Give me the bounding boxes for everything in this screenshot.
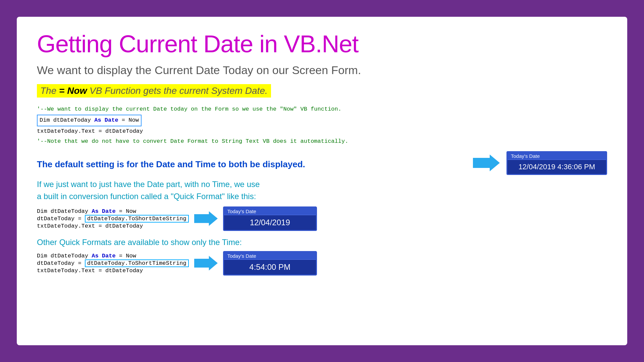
code2-line3: txtDateToday.Text = dtDateToday (37, 223, 189, 229)
section1-heading: The default setting is for the Date and … (37, 159, 466, 170)
section3-wrap: Other Quick Formats are available to sho… (37, 236, 607, 276)
date-display-3: Today's Date 4:54:00 PM (223, 251, 317, 276)
code-line-dim: Dim dtDateToday As Date = Now (37, 115, 607, 126)
code-line-txt: txtDateToday.Text = dtDateToday (37, 127, 607, 136)
subtitle: We want to display the Current Date Toda… (37, 64, 607, 77)
highlight-suffix: VB Function gets the current System Date… (87, 85, 267, 96)
date-label-3: Today's Date (224, 252, 316, 260)
section1-heading-wrap: The default setting is for the Date and … (37, 153, 466, 173)
code3-box: dtDateToday.ToShortTimeString (85, 259, 189, 267)
slide: Getting Current Date in VB.Net We want t… (17, 17, 627, 345)
code2-box: dtDateToday.ToShortDateString (85, 215, 189, 223)
section2-code-row: Dim dtDateToday As Date = Now dtDateToda… (37, 206, 607, 231)
arrow-icon-3 (194, 256, 218, 270)
code-block-1: '--We want to display the current Date t… (37, 105, 607, 146)
date-value-2: 12/04/2019 (224, 215, 316, 230)
date-display-2: Today's Date 12/04/2019 (223, 206, 317, 231)
code2-line2: dtDateToday = dtDateToday.ToShortDateStr… (37, 215, 189, 223)
code3-line2: dtDateToday = dtDateToday.ToShortTimeStr… (37, 259, 189, 267)
section1-row: The default setting is for the Date and … (37, 151, 607, 175)
page-title: Getting Current Date in VB.Net (37, 30, 607, 58)
section2-text1: If we just want to just have the Date pa… (37, 178, 607, 202)
highlight-bold: = Now (59, 85, 87, 96)
svg-marker-2 (194, 256, 218, 270)
code2-line1: Dim dtDateToday As Date = Now (37, 208, 189, 215)
svg-marker-1 (194, 211, 218, 226)
code-comment-2: '--Note that we do not have to convert D… (37, 137, 607, 146)
section2-code-block: Dim dtDateToday As Date = Now dtDateToda… (37, 208, 189, 230)
date-label-1: Today's Date (507, 152, 606, 160)
code-highlighted-dim: Dim dtDateToday As Date = Now (37, 115, 142, 126)
code3-line1: Dim dtDateToday As Date = Now (37, 253, 189, 259)
section3-code-row: Dim dtDateToday As Date = Now dtDateToda… (37, 251, 607, 276)
section3-heading: Other Quick Formats are available to sho… (37, 236, 607, 248)
section3-code-block: Dim dtDateToday As Date = Now dtDateToda… (37, 252, 189, 274)
arrow-icon-2 (194, 211, 218, 226)
code-comment-1: '--We want to display the current Date t… (37, 105, 607, 114)
date-value-1: 12/04/2019 4:36:06 PM (507, 160, 606, 174)
svg-marker-0 (473, 155, 500, 171)
highlight-box: The = Now VB Function gets the current S… (37, 84, 271, 98)
date-value-3: 4:54:00 PM (224, 260, 316, 275)
code3-line3: txtDateToday.Text = dtDateToday (37, 267, 189, 274)
arrow-icon-1 (473, 155, 500, 171)
highlight-prefix: The (40, 85, 59, 96)
date-label-2: Today's Date (224, 207, 316, 215)
date-display-1: Today's Date 12/04/2019 4:36:06 PM (506, 151, 607, 175)
section2-wrap: If we just want to just have the Date pa… (37, 178, 607, 231)
